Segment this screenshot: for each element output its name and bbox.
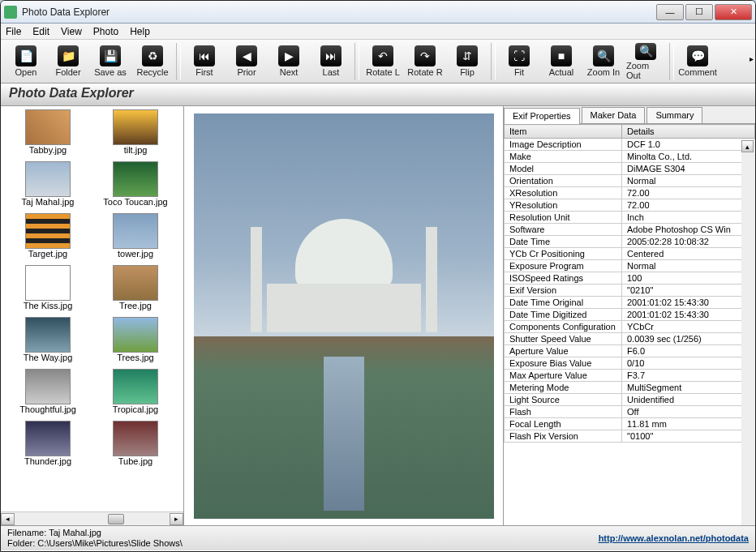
first-button[interactable]: ⏮First: [184, 42, 225, 81]
scroll-up-icon[interactable]: ▴: [741, 140, 754, 152]
grid-cell-item: Flash Pix Version: [505, 430, 622, 443]
close-button[interactable]: ✕: [715, 4, 752, 20]
thumbs-scrollbar[interactable]: ◂ ▸: [1, 511, 183, 525]
grid-cell-details: MultiSegment: [622, 382, 755, 394]
recycle-button[interactable]: ♻Recycle: [132, 42, 173, 81]
grid-row[interactable]: FlashOff: [505, 406, 755, 418]
thumbnail-item[interactable]: Trees.jpg: [92, 317, 179, 369]
grid-row[interactable]: Light SourceUnidentified: [505, 394, 755, 406]
zoom-in-button[interactable]: 🔍Zoom In: [583, 42, 624, 81]
zoom-in-icon: 🔍: [593, 45, 614, 66]
grid-row[interactable]: Exposure Bias Value0/10: [505, 357, 755, 370]
thumbnail-item[interactable]: Tube.jpg: [92, 421, 179, 473]
grid-row[interactable]: Date Time Digitized2001:01:02 15:43:30: [505, 309, 755, 321]
thumbnail-item[interactable]: Tree.jpg: [92, 265, 179, 317]
grid-row[interactable]: Metering ModeMultiSegment: [505, 382, 755, 394]
next-button[interactable]: ▶Next: [268, 42, 309, 81]
grid-row[interactable]: Exif Version"0210": [505, 285, 755, 297]
menu-edit[interactable]: Edit: [32, 26, 49, 37]
rotate-r-button[interactable]: ↷Rotate R: [405, 42, 445, 81]
thumbnail-item[interactable]: tower.jpg: [92, 213, 179, 265]
toolbar-label: Next: [280, 67, 299, 77]
scroll-left-icon[interactable]: ◂: [1, 513, 15, 525]
grid-row[interactable]: Flash Pix Version"0100": [505, 430, 755, 443]
comment-button[interactable]: 💬Comment: [677, 42, 718, 81]
grid-cell-details: Off: [622, 406, 755, 418]
grid-row[interactable]: OrientationNormal: [505, 175, 755, 187]
grid-row[interactable]: XResolution72.00: [505, 187, 755, 199]
tab-summary[interactable]: Summary: [646, 107, 702, 123]
grid-row[interactable]: Resolution UnitInch: [505, 212, 755, 224]
thumbnail-item[interactable]: The Kiss.jpg: [4, 265, 92, 317]
menu-photo[interactable]: Photo: [93, 26, 118, 37]
save-as-button[interactable]: 💾Save as: [90, 42, 131, 81]
toolbar-separator: [354, 43, 359, 80]
thumbnail-image: [113, 317, 158, 353]
grid-cell-details: 2001:01:02 15:43:30: [622, 297, 755, 309]
thumbnail-label: Tabby.jpg: [7, 145, 88, 155]
grid-row[interactable]: YCb Cr PositioningCentered: [505, 248, 755, 260]
minimize-button[interactable]: —: [656, 4, 684, 20]
thumbnail-item[interactable]: Tabby.jpg: [4, 109, 92, 161]
menu-view[interactable]: View: [61, 26, 82, 37]
last-button[interactable]: ⏭Last: [311, 42, 351, 81]
toolbar-label: Zoom Out: [626, 61, 665, 80]
grid-row[interactable]: MakeMinolta Co., Ltd.: [505, 151, 755, 163]
folder-button[interactable]: 📁Folder: [48, 42, 88, 81]
thumbnail-item[interactable]: Target.jpg: [4, 213, 92, 265]
grid-cell-item: Resolution Unit: [505, 212, 622, 224]
thumbnail-item[interactable]: Tropical.jpg: [92, 369, 179, 421]
grid-header[interactable]: Item: [505, 125, 622, 139]
scroll-handle[interactable]: [108, 514, 124, 524]
grid-row[interactable]: ModelDiMAGE S304: [505, 163, 755, 175]
grid-row[interactable]: Shutter Speed Value0.0039 sec (1/256): [505, 333, 755, 345]
grid-cell-details: Inch: [622, 212, 755, 224]
grid-row[interactable]: Image DescriptionDCF 1.0: [505, 139, 755, 151]
grid-cell-item: Components Configuration: [505, 321, 622, 333]
grid-row[interactable]: YResolution72.00: [505, 199, 755, 212]
thumbnail-item[interactable]: tilt.jpg: [92, 109, 179, 161]
titlebar[interactable]: Photo Data Explorer — ☐ ✕: [1, 1, 755, 24]
thumbnail-item[interactable]: Thunder.jpg: [4, 421, 92, 473]
grid-header[interactable]: Details: [622, 125, 755, 139]
menu-help[interactable]: Help: [130, 26, 150, 37]
flip-button[interactable]: ⇵Flip: [447, 42, 488, 81]
toolbar-overflow-icon[interactable]: ▸: [750, 54, 754, 63]
grid-row[interactable]: ISOSpeed Ratings100: [505, 272, 755, 285]
tab-maker-data[interactable]: Maker Data: [582, 107, 646, 123]
grid-cell-details: Centered: [622, 248, 755, 260]
grid-row[interactable]: Date Time Original2001:01:02 15:43:30: [505, 297, 755, 309]
grid-row[interactable]: Exposure ProgramNormal: [505, 260, 755, 272]
thumbnail-item[interactable]: Taj Mahal.jpg: [4, 161, 92, 213]
thumbnail-item[interactable]: The Way.jpg: [4, 317, 92, 369]
tab-exif-properties[interactable]: Exif Properties: [504, 108, 580, 124]
grid-cell-item: Focal Length: [505, 418, 622, 430]
maximize-button[interactable]: ☐: [685, 4, 713, 20]
grid-cell-details: YCbCr: [622, 321, 755, 333]
grid-cell-details: Normal: [622, 175, 755, 187]
preview-image: [194, 113, 494, 519]
grid-row[interactable]: Date Time2005:02:28 10:08:32: [505, 236, 755, 248]
thumbnail-item[interactable]: Thoughtful.jpg: [4, 369, 92, 421]
toolbar-label: Zoom In: [587, 67, 620, 77]
grid-row[interactable]: Aperture ValueF6.0: [505, 345, 755, 357]
prior-button[interactable]: ◀Prior: [226, 42, 267, 81]
menu-file[interactable]: File: [6, 26, 21, 37]
grid-row[interactable]: Max Aperture ValueF3.7: [505, 370, 755, 382]
grid-row[interactable]: Focal Length11.81 mm: [505, 418, 755, 430]
actual-button[interactable]: ■Actual: [541, 42, 582, 81]
grid-cell-details: Adobe Photoshop CS Win: [622, 224, 755, 236]
zoom-out-button[interactable]: 🔍Zoom Out: [625, 42, 666, 81]
grid-scrollbar[interactable]: ▴: [741, 140, 755, 525]
website-link[interactable]: http://www.alexnolan.net/photodata: [599, 533, 749, 543]
grid-row[interactable]: Components ConfigurationYCbCr: [505, 321, 755, 333]
thumbnail-item[interactable]: Toco Toucan.jpg: [92, 161, 179, 213]
grid-cell-item: Light Source: [505, 394, 622, 406]
open-button[interactable]: 📄Open: [6, 42, 46, 81]
fit-button[interactable]: ⛶Fit: [499, 42, 539, 81]
rotate-l-button[interactable]: ↶Rotate L: [363, 42, 403, 81]
thumbnail-label: Thunder.jpg: [7, 456, 88, 466]
scroll-right-icon[interactable]: ▸: [170, 513, 183, 525]
scroll-track[interactable]: [15, 513, 170, 525]
grid-row[interactable]: SoftwareAdobe Photoshop CS Win: [505, 224, 755, 236]
